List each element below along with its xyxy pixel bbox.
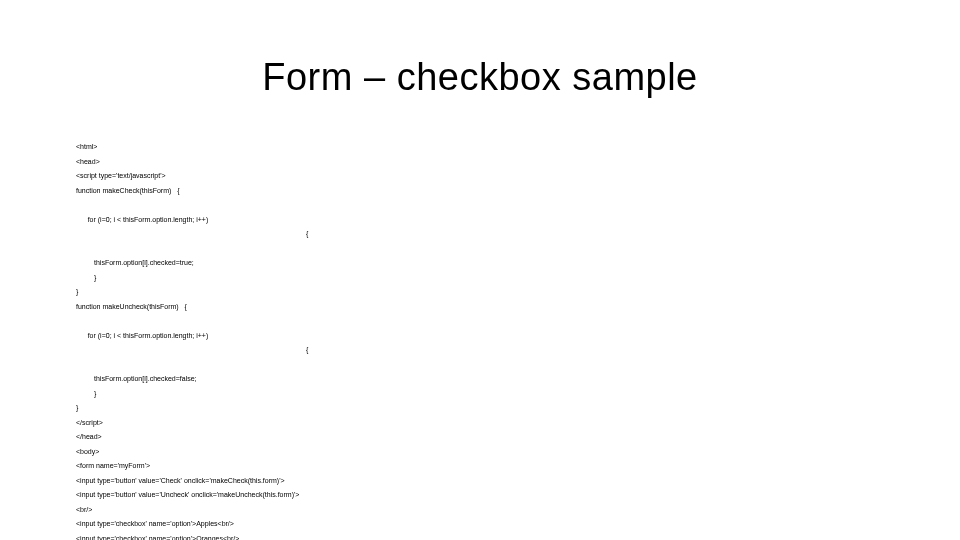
code-text: for (i=0; i < thisForm.option.length; i+…	[88, 332, 209, 339]
code-line: <body>	[76, 445, 896, 460]
code-line: <input type='checkbox' name='option'>App…	[76, 517, 896, 532]
code-line: thisForm.option[i].checked=true;	[76, 256, 896, 271]
code-line: thisForm.option[i].checked=false;	[76, 372, 896, 387]
code-line: }	[76, 285, 896, 300]
code-line: }	[76, 401, 896, 416]
code-text: {	[306, 343, 308, 358]
code-line: </head>	[76, 430, 896, 445]
code-line: <head>	[76, 155, 896, 170]
code-line: <input type='button' value='Uncheck' onc…	[76, 488, 896, 503]
code-line: }	[76, 387, 896, 402]
slide-title: Form – checkbox sample	[0, 56, 960, 99]
code-line: <input type='checkbox' name='option'>Ora…	[76, 532, 896, 541]
code-line: function makeUncheck(thisForm) {	[76, 300, 896, 315]
code-line: <script type='text/javascript'>	[76, 169, 896, 184]
code-line: </script>	[76, 416, 896, 431]
code-line: for (i=0; i < thisForm.option.length; i+…	[76, 198, 896, 256]
code-line: for (i=0; i < thisForm.option.length; i+…	[76, 314, 896, 372]
code-text: for (i=0; i < thisForm.option.length; i+…	[88, 216, 209, 223]
code-line: function makeCheck(thisForm) {	[76, 184, 896, 199]
code-line: <br/>	[76, 503, 896, 518]
code-line: <input type='button' value='Check' oncli…	[76, 474, 896, 489]
code-line: <form name='myForm'>	[76, 459, 896, 474]
code-line: <html>	[76, 140, 896, 155]
code-line: }	[76, 271, 896, 286]
code-block: <html> <head> <script type='text/javascr…	[76, 140, 896, 540]
slide: Form – checkbox sample <html> <head> <sc…	[0, 0, 960, 540]
code-text: {	[306, 227, 308, 242]
